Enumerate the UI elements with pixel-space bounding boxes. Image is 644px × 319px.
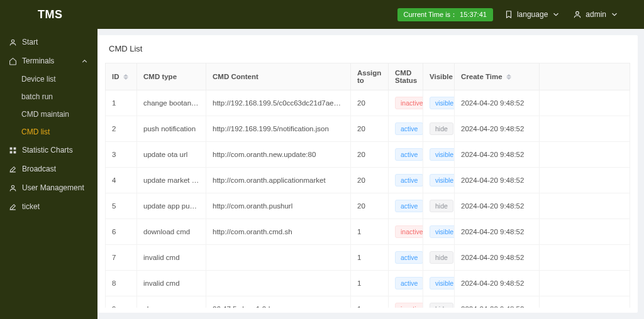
cell-assign-to: 20 [351, 90, 389, 116]
visible-badge: visible [430, 174, 455, 187]
cell-create-time: 2024-04-20 9:48:52 [455, 245, 540, 271]
svg-rect-5 [14, 151, 16, 153]
sidebar-item-cmd-maintain[interactable]: CMD maintain [0, 105, 97, 123]
cell-operations [540, 271, 630, 296]
cell-cmd-status: active [389, 193, 423, 219]
status-badge: inactive [395, 97, 423, 109]
cell-cmd-status: active [389, 271, 423, 296]
status-badge: inactive [395, 303, 423, 308]
visible-badge: visible [430, 97, 455, 109]
user-menu[interactable]: admin [573, 10, 619, 19]
bookmark-icon [504, 10, 513, 19]
cell-cmd-type: download cmd [137, 219, 206, 245]
cell-cmd-type: invalid cmd [137, 271, 206, 296]
table-row[interactable]: 9change mac06:47:5c:bc:e1:0d1inactivehid… [106, 296, 630, 308]
sidebar-item-user-management[interactable]: User Management [0, 178, 97, 197]
user-outline-icon [9, 38, 17, 46]
col-header-cmd-status[interactable]: CMD Status [389, 63, 423, 90]
visible-badge: hide [430, 303, 453, 308]
cell-create-time: 2024-04-20 9:48:52 [455, 296, 540, 308]
status-badge: active [395, 148, 423, 161]
status-badge: active [395, 200, 423, 212]
cell-visible: hide [423, 245, 455, 271]
brand-logo: TMS [38, 8, 63, 21]
cell-id: 3 [106, 142, 137, 168]
visible-badge: visible [430, 148, 455, 161]
cell-assign-to: 20 [351, 142, 389, 168]
cell-id: 9 [106, 296, 137, 308]
cmd-table: ID CMD type CMD Content Assign to CMD St… [105, 63, 630, 308]
sidebar-item-start[interactable]: Start [0, 33, 97, 51]
edit-icon [9, 165, 17, 173]
cell-cmd-content: http://192.168.199.5/c0cc63dc21d7aeee4c4… [206, 90, 351, 116]
sort-caret-icon [506, 74, 511, 80]
chevron-down-icon [552, 10, 560, 19]
col-header-id[interactable]: ID [106, 63, 137, 90]
table-row[interactable]: 4update market urlhttp://com.oranth.appl… [106, 168, 630, 193]
cell-assign-to: 1 [351, 245, 389, 271]
svg-rect-3 [14, 147, 16, 149]
cell-visible: hide [423, 193, 455, 219]
language-label: language [517, 10, 548, 19]
cell-cmd-status: inactive [389, 219, 423, 245]
status-badge: active [395, 122, 423, 135]
cell-cmd-status: active [389, 142, 423, 168]
edit-icon [9, 203, 17, 211]
cell-cmd-type: push notification [137, 116, 206, 142]
col-header-label: Create Time [461, 73, 502, 80]
sidebar-item-broadcast[interactable]: Broadcast [0, 160, 97, 178]
cell-create-time: 2024-04-20 9:48:52 [455, 116, 540, 142]
cell-operations [540, 142, 630, 168]
sidebar-item-label: Start [22, 38, 38, 46]
col-header-cmd-content[interactable]: CMD Content [206, 63, 351, 90]
cell-assign-to: 1 [351, 271, 389, 296]
col-header-cmd-type[interactable]: CMD type [137, 63, 206, 90]
visible-badge: hide [430, 200, 453, 212]
sidebar-item-label: Statistic Charts [22, 146, 73, 154]
cell-create-time: 2024-04-20 9:48:52 [455, 271, 540, 296]
svg-point-6 [11, 185, 14, 188]
table-row[interactable]: 5update app push urlhttp://com.oranth.pu… [106, 193, 630, 219]
cell-id: 4 [106, 168, 137, 193]
sidebar-item-device-list[interactable]: Device list [0, 70, 97, 88]
table-scroll[interactable]: ID CMD type CMD Content Assign to CMD St… [105, 63, 630, 308]
sidebar-item-batch-run[interactable]: batch run [0, 88, 97, 105]
visible-badge: hide [430, 122, 453, 135]
chevron-down-icon [610, 10, 619, 19]
cell-visible: hide [423, 296, 455, 308]
sidebar: Start Terminals Device list batch run CM… [0, 29, 97, 319]
col-header-create-time[interactable]: Create Time [455, 63, 540, 90]
cell-cmd-status: active [389, 116, 423, 142]
cell-cmd-status: inactive [389, 90, 423, 116]
sidebar-item-cmd-list[interactable]: CMD list [0, 123, 97, 141]
sidebar-item-ticket[interactable]: ticket [0, 197, 97, 216]
table-row[interactable]: 7invalid cmd1activehide2024-04-20 9:48:5… [106, 245, 630, 271]
cell-create-time: 2024-04-20 9:48:52 [455, 193, 540, 219]
grid-icon [9, 146, 17, 154]
cell-id: 6 [106, 219, 137, 245]
table-row[interactable]: 1change bootanimationhttp://192.168.199.… [106, 90, 630, 116]
sidebar-item-terminals[interactable]: Terminals [0, 51, 97, 70]
cell-cmd-type: update ota url [137, 142, 206, 168]
table-row[interactable]: 8invalid cmd1activevisible2024-04-20 9:4… [106, 271, 630, 296]
table-header-row: ID CMD type CMD Content Assign to CMD St… [106, 63, 630, 90]
sidebar-item-statistic-charts[interactable]: Statistic Charts [0, 141, 97, 160]
cell-create-time: 2024-04-20 9:48:52 [455, 219, 540, 245]
cell-visible: visible [423, 271, 455, 296]
cell-cmd-status: inactive [389, 296, 423, 308]
table-row[interactable]: 2push notificationhttp://192.168.199.5/n… [106, 116, 630, 142]
table-row[interactable]: 6download cmdhttp://com.oranth.cmd.sh1in… [106, 219, 630, 245]
user-label: admin [586, 10, 606, 19]
col-header-visible[interactable]: Visible [423, 63, 455, 90]
status-badge: active [395, 277, 423, 289]
table-row[interactable]: 3update ota urlhttp://com.oranth.new.upd… [106, 142, 630, 168]
language-switcher[interactable]: language [504, 10, 560, 19]
cell-cmd-content: http://com.oranth.applicationmarket [206, 168, 351, 193]
cmd-list-card: CMD List ID CMD type [97, 35, 638, 313]
col-header-assign-to[interactable]: Assign to [351, 63, 389, 90]
status-badge: active [395, 174, 423, 187]
cell-assign-to: 1 [351, 219, 389, 245]
status-badge: inactive [395, 225, 423, 238]
cell-cmd-type: update market url [137, 168, 206, 193]
app-header: TMS Current Time is： 15:37:41 language a… [0, 0, 644, 29]
